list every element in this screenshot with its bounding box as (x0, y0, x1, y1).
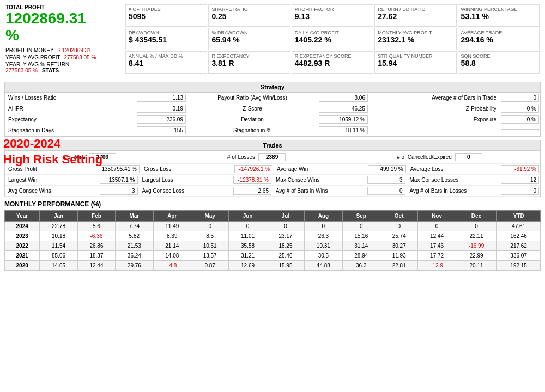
stat-cell: R EXPECTANCY SCORE4482.93 R (292, 51, 373, 74)
monthly-row: 202310.18-6.365.828.398.511.0123.1726.31… (5, 231, 541, 241)
stat-cell: PROFIT FACTOR9.13 (292, 4, 373, 27)
stat-cell: # OF TRADES5095 (125, 4, 207, 27)
stat-cell: AVERAGE TRADE294.16 % (458, 28, 540, 50)
trades-header-item: # of Losses2389 (227, 153, 286, 161)
trades-header-item: # of Wins2706 (63, 153, 116, 161)
stat-cell: DAILY AVG PROFIT1405.22 % (292, 28, 373, 50)
trades-data-row: Avg Consec Wins3Avg Consec Loss2.65Avg #… (5, 186, 540, 197)
monthly-row: 202422.785.67.7411.490000000047.61 (5, 221, 541, 231)
stat-cell: MONTHLY AVG PROFIT23132.1 % (374, 28, 456, 50)
strategy-row: Wins / Losses Ratio1.13Payout Ratio (Avg… (5, 93, 540, 103)
stat-cell: STR QUALITY NUMBER15.94 (374, 51, 456, 74)
stat-cell: RETURN / DD RATIO27.62 (374, 4, 456, 27)
stat-cell: DRAWDOWN$ 43545.51 (125, 28, 207, 50)
monthly-title: MONTHLY PERFORMANCE (%) (4, 200, 541, 208)
strategy-header: Strategy (5, 82, 540, 93)
monthly-row: 202014.0512.4429.76-4.80.8712.6915.9544.… (5, 260, 541, 270)
strategy-row: AHPR0.19Z-Score-46.25Z-Probability0 % (5, 103, 540, 114)
total-profit-value: 1202869.31 % (5, 10, 125, 44)
strategy-row: Stagnation in Days155Stagnation in %18.1… (5, 125, 540, 136)
monthly-row: 202211.5426.8621.5321.1410.5135.5818.251… (5, 241, 541, 250)
stat-cell: % DRAWDOWN65.94 % (208, 28, 290, 50)
stat-cell: R EXPECTANCY3.81 R (208, 51, 290, 74)
stat-cell: SQN SCORE58.8 (458, 51, 540, 74)
yearly-avg-return-value: 277583.05 % (5, 68, 38, 74)
trades-data-row: Largest Win13507.1 %Largest Loss-12378.6… (5, 175, 540, 186)
stat-cell: SHARPE RATIO0.25 (208, 4, 290, 27)
stats-label: STATS (42, 68, 59, 74)
yearly-avg-label: YEARLY AVG PROFIT (5, 54, 60, 60)
monthly-row: 202185.0618.3736.2414.0813.5731.2125.463… (5, 250, 541, 260)
yearly-avg-return-label: YEARLY AVG % RETURN (5, 62, 69, 68)
profit-in-money-label: PROFIT IN MONEY (5, 47, 54, 53)
profit-in-money-value: $ 1202869.31 (58, 47, 91, 53)
trades-header: Trades (5, 140, 540, 151)
stat-cell: WINNING PERCENTAGE53.11 % (458, 4, 540, 27)
trades-header-item: # of Cancelled/Expired0 (397, 153, 482, 161)
stat-cell: ANNUAL % / MAX DD %8.41 (125, 51, 207, 74)
strategy-row: Expectancy236.09Deviation1059.12 %Exposu… (5, 114, 540, 125)
trades-data-row: Gross Profit1350795.41 %Gross Loss-14792… (5, 164, 540, 175)
yearly-avg-value: 277583.05 % (64, 54, 96, 60)
